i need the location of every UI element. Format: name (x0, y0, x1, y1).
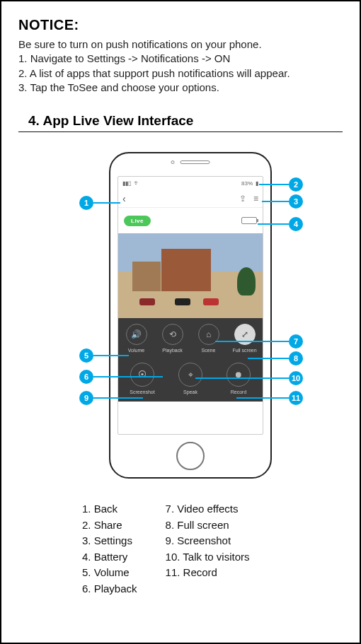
fullscreen-label: Full screen (232, 348, 256, 353)
home-button-icon (176, 442, 205, 470)
legend-item: 5. Volume (82, 565, 137, 581)
playback-icon: ⟲ (162, 324, 183, 345)
live-badge: Live (124, 216, 151, 226)
phone-speaker (171, 160, 210, 164)
legend-item: 10. Talk to visitors (166, 549, 250, 566)
battery-text: 83% (241, 180, 253, 187)
legend-item: 11. Record (166, 565, 250, 581)
legend-item: 9. Screenshot (166, 533, 250, 549)
callout-5: 5 (79, 349, 93, 363)
manual-page: NOTICE: Be sure to turn on push notifica… (0, 0, 361, 644)
legend-item: 3. Settings (82, 533, 137, 549)
scene-icon: ⌂ (198, 324, 219, 345)
phone-screen: ▮▮▯ ᯤ 83% ▮ ‹ ⇪ ≡ (118, 176, 263, 435)
notice-intro: Be sure to turn on push notifications on… (18, 37, 343, 52)
legend-col-1: 1. Back 2. Share 3. Settings 4. Battery … (82, 501, 137, 597)
controls-row-2: ⦿ Screenshot ⌖ Speak ⏺ Record (118, 363, 263, 394)
device-battery-icon (241, 217, 257, 224)
notice-body: Be sure to turn on push notifications on… (18, 37, 343, 95)
legend-item: 7. Video effects (166, 501, 250, 517)
notice-step-2: 2. A list of apps that support push noti… (18, 66, 343, 81)
phone-outline: ▮▮▯ ᯤ 83% ▮ ‹ ⇪ ≡ (109, 152, 272, 479)
notice-step-3: 3. Tap the ToSee and choose your options… (18, 81, 343, 95)
legend: 1. Back 2. Share 3. Settings 4. Battery … (82, 501, 343, 597)
back-button[interactable]: ‹ (122, 193, 126, 204)
battery-icon: ▮ (256, 180, 258, 187)
speak-label: Speak (183, 390, 197, 394)
record-label: Record (231, 390, 247, 394)
callout-11: 11 (289, 391, 303, 405)
playback-button[interactable]: ⟲ Playback (156, 324, 190, 353)
scene-label: Scene (202, 348, 216, 353)
live-bar: Live (118, 211, 263, 230)
volume-button[interactable]: 🔊 Volume (120, 324, 154, 353)
callout-3: 3 (289, 194, 303, 209)
divider (18, 131, 343, 132)
screenshot-label: Screenshot (130, 390, 154, 394)
status-bar: ▮▮▯ ᯤ 83% ▮ (118, 177, 263, 189)
legend-item: 2. Share (82, 517, 137, 534)
camera-icon: ⦿ (130, 363, 154, 387)
callout-6: 6 (79, 370, 93, 384)
wifi-icon: ᯤ (134, 180, 140, 187)
microphone-icon: ⌖ (178, 363, 202, 387)
speak-button[interactable]: ⌖ Speak (173, 363, 207, 394)
notice-title: NOTICE: (18, 17, 343, 33)
callout-4: 4 (289, 217, 303, 231)
legend-item: 8. Full screen (166, 517, 250, 534)
share-button[interactable]: ⇪ (239, 194, 246, 204)
settings-button[interactable]: ≡ (253, 194, 258, 204)
callout-10: 10 (289, 371, 303, 385)
callout-1: 1 (79, 196, 93, 210)
section-4: 4. App Live View Interface ▮▮▯ ᯤ 83% (18, 113, 343, 597)
record-icon: ⏺ (227, 363, 251, 387)
screenshot-button[interactable]: ⦿ Screenshot (125, 363, 159, 394)
callout-9: 9 (79, 391, 93, 405)
fullscreen-icon: ⤢ (234, 324, 256, 345)
section-4-title: 4. App Live View Interface (28, 113, 343, 129)
playback-label: Playback (162, 348, 182, 353)
top-bar: ‹ ⇪ ≡ (118, 189, 263, 208)
legend-item: 6. Playback (82, 581, 137, 597)
scene-button[interactable]: ⌂ Scene (192, 324, 226, 353)
signal-icon: ▮▮▯ (122, 180, 131, 187)
callout-2: 2 (289, 177, 303, 192)
volume-label: Volume (128, 348, 144, 353)
legend-item: 4. Battery (82, 549, 137, 566)
controls-row-1: 🔊 Volume ⟲ Playback ⌂ Scene (118, 324, 263, 353)
callout-8: 8 (289, 351, 303, 365)
notice-step-1: 1. Navigate to Settings -> Notifications… (18, 52, 343, 66)
fullscreen-button[interactable]: ⤢ Full screen (228, 324, 262, 353)
live-video[interactable] (118, 233, 263, 318)
legend-item: 1. Back (82, 501, 137, 517)
callout-7: 7 (289, 334, 303, 349)
phone-diagram: ▮▮▯ ᯤ 83% ▮ ‹ ⇪ ≡ (18, 152, 343, 498)
controls-panel: 🔊 Volume ⟲ Playback ⌂ Scene (118, 318, 263, 402)
record-button[interactable]: ⏺ Record (222, 363, 256, 394)
volume-icon: 🔊 (126, 324, 147, 345)
legend-col-2: 7. Video effects 8. Full screen 9. Scree… (166, 501, 250, 597)
